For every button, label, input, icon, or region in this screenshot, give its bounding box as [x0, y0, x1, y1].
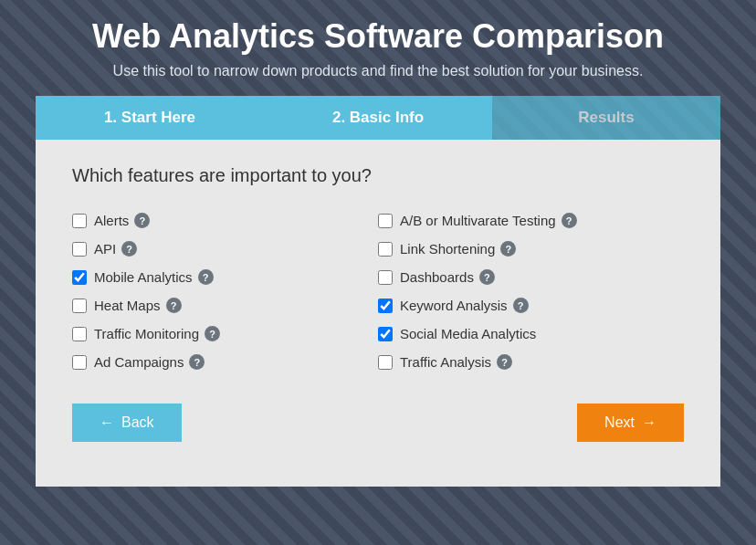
- next-arrow-icon: →: [642, 414, 656, 431]
- main-container: 1. Start Here 2. Basic Info Results Whic…: [36, 96, 720, 487]
- label-traffic-monitoring: Traffic Monitoring ?: [94, 326, 220, 341]
- help-icon-keyword-analysis[interactable]: ?: [513, 298, 529, 313]
- back-label: Back: [121, 414, 154, 431]
- checkbox-link-shortening[interactable]: [378, 242, 393, 257]
- ad-campaigns-text: Ad Campaigns: [94, 354, 184, 370]
- feature-api: API ?: [72, 235, 378, 263]
- feature-keyword-analysis: Keyword Analysis ?: [378, 291, 684, 320]
- keyword-analysis-text: Keyword Analysis: [400, 298, 508, 313]
- alerts-text: Alerts: [94, 213, 129, 228]
- label-social-media-analytics: Social Media Analytics: [400, 326, 536, 341]
- features-grid: Alerts ? A/B or Multivarate Testing ? AP…: [72, 206, 684, 376]
- label-ad-campaigns: Ad Campaigns ?: [94, 354, 205, 370]
- help-icon-api[interactable]: ?: [121, 241, 137, 257]
- help-icon-ab-testing[interactable]: ?: [562, 213, 577, 228]
- checkbox-keyword-analysis[interactable]: [378, 299, 393, 313]
- checkbox-ad-campaigns[interactable]: [72, 355, 87, 370]
- social-media-analytics-text: Social Media Analytics: [400, 326, 536, 341]
- checkbox-ab-testing[interactable]: [378, 214, 393, 228]
- feature-alerts: Alerts ?: [72, 206, 378, 235]
- tab-basic-info[interactable]: 2. Basic Info: [264, 96, 492, 140]
- feature-dashboards: Dashboards ?: [378, 263, 684, 291]
- feature-traffic-monitoring: Traffic Monitoring ?: [72, 320, 378, 348]
- back-button[interactable]: ← Back: [72, 404, 182, 442]
- feature-mobile-analytics: Mobile Analytics ?: [72, 263, 378, 291]
- tab-start-here[interactable]: 1. Start Here: [36, 96, 264, 140]
- checkbox-alerts[interactable]: [72, 214, 87, 228]
- checkbox-mobile-analytics[interactable]: [72, 270, 87, 285]
- page-subtitle: Use this tool to narrow down products an…: [113, 63, 644, 79]
- label-dashboards: Dashboards ?: [400, 269, 495, 285]
- next-button[interactable]: Next →: [577, 404, 684, 442]
- label-keyword-analysis: Keyword Analysis ?: [400, 298, 529, 313]
- checkbox-api[interactable]: [72, 242, 87, 257]
- checkbox-traffic-monitoring[interactable]: [72, 327, 87, 341]
- nav-buttons: ← Back Next →: [72, 404, 684, 442]
- checkbox-traffic-analysis[interactable]: [378, 355, 393, 370]
- heat-maps-text: Heat Maps: [94, 298, 161, 313]
- checkbox-dashboards[interactable]: [378, 270, 393, 285]
- link-shortening-text: Link Shortening: [400, 241, 495, 257]
- label-api: API ?: [94, 241, 137, 257]
- ab-testing-text: A/B or Multivarate Testing: [400, 213, 556, 228]
- next-label: Next: [604, 414, 635, 431]
- dashboards-text: Dashboards: [400, 269, 474, 285]
- label-mobile-analytics: Mobile Analytics ?: [94, 269, 214, 285]
- label-ab-testing: A/B or Multivarate Testing ?: [400, 213, 577, 228]
- feature-ad-campaigns: Ad Campaigns ?: [72, 348, 378, 376]
- traffic-monitoring-text: Traffic Monitoring: [94, 326, 199, 341]
- page-title: Web Analytics Software Comparison: [92, 16, 664, 56]
- label-traffic-analysis: Traffic Analysis ?: [400, 354, 512, 370]
- feature-social-media-analytics: Social Media Analytics: [378, 320, 684, 348]
- help-icon-alerts[interactable]: ?: [134, 213, 150, 228]
- label-heat-maps: Heat Maps ?: [94, 298, 182, 313]
- checkbox-social-media-analytics[interactable]: [378, 327, 393, 341]
- feature-heat-maps: Heat Maps ?: [72, 291, 378, 320]
- content-panel: Which features are important to you? Ale…: [36, 140, 720, 487]
- api-text: API: [94, 241, 116, 257]
- question-title: Which features are important to you?: [72, 165, 684, 186]
- label-alerts: Alerts ?: [94, 213, 150, 228]
- traffic-analysis-text: Traffic Analysis: [400, 354, 491, 370]
- tabs-bar: 1. Start Here 2. Basic Info Results: [36, 96, 720, 140]
- checkbox-heat-maps[interactable]: [72, 299, 87, 313]
- help-icon-traffic-analysis[interactable]: ?: [497, 354, 512, 370]
- feature-link-shortening: Link Shortening ?: [378, 235, 684, 263]
- label-link-shortening: Link Shortening ?: [400, 241, 516, 257]
- feature-traffic-analysis: Traffic Analysis ?: [378, 348, 684, 376]
- help-icon-heat-maps[interactable]: ?: [166, 298, 182, 313]
- help-icon-traffic-monitoring[interactable]: ?: [205, 326, 220, 341]
- tab-results[interactable]: Results: [492, 96, 720, 140]
- back-arrow-icon: ←: [100, 414, 114, 431]
- help-icon-dashboards[interactable]: ?: [479, 269, 495, 285]
- help-icon-mobile-analytics[interactable]: ?: [198, 269, 214, 285]
- feature-ab-testing: A/B or Multivarate Testing ?: [378, 206, 684, 235]
- help-icon-link-shortening[interactable]: ?: [500, 241, 516, 257]
- help-icon-ad-campaigns[interactable]: ?: [189, 354, 205, 370]
- mobile-analytics-text: Mobile Analytics: [94, 269, 193, 285]
